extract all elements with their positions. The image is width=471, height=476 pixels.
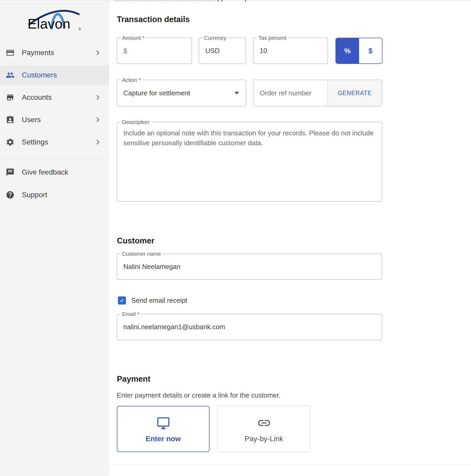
email-field: Email * bbox=[117, 314, 382, 340]
feedback-icon bbox=[6, 168, 15, 177]
tax-percent-field: Tax percent bbox=[253, 38, 328, 64]
people-icon bbox=[6, 71, 15, 80]
sidebar-item-label: Give feedback bbox=[22, 168, 68, 176]
sidebar-divider bbox=[0, 158, 109, 158]
clipped-content-artifact bbox=[114, 1, 214, 1]
sidebar-item-accounts[interactable]: Accounts bbox=[0, 88, 109, 107]
enter-now-card[interactable]: Enter now bbox=[117, 406, 210, 452]
chevron-right-icon bbox=[94, 94, 102, 101]
clipped-content-artifact bbox=[245, 0, 246, 2]
sidebar-item-label: Accounts bbox=[22, 93, 52, 102]
app-window: Elavon ® Payments Customers Accounts bbox=[0, 0, 471, 476]
chevron-right-icon bbox=[94, 116, 102, 124]
help-icon bbox=[6, 190, 15, 199]
link-icon bbox=[257, 415, 271, 431]
order-ref-group: GENERATE bbox=[253, 80, 382, 106]
currency-field: Currency bbox=[199, 38, 246, 64]
customer-section-heading: Customer bbox=[117, 236, 154, 246]
amount-field: Amount * $ bbox=[117, 38, 192, 64]
sidebar-item-support[interactable]: Support bbox=[0, 185, 109, 204]
logo-wordmark: Elavon bbox=[28, 16, 70, 31]
pay-by-link-card[interactable]: Pay-by-Link bbox=[218, 406, 310, 452]
credit-card-icon bbox=[6, 48, 15, 57]
sidebar-item-label: Payments bbox=[22, 49, 54, 57]
description-field: Description bbox=[117, 122, 382, 202]
sidebar-item-customers[interactable]: Customers bbox=[0, 65, 109, 85]
registered-mark: ® bbox=[78, 27, 81, 31]
page-title: Transaction details bbox=[117, 15, 190, 24]
monitor-icon bbox=[156, 415, 171, 431]
sidebar-item-settings[interactable]: Settings bbox=[0, 133, 109, 152]
customer-name-field: Customer name bbox=[117, 254, 382, 280]
amount-input[interactable] bbox=[117, 38, 192, 64]
payment-section-subtitle: Enter payment details or create a link f… bbox=[117, 391, 280, 399]
description-textarea[interactable] bbox=[117, 122, 382, 201]
send-email-receipt-label: Send email receipt bbox=[131, 296, 187, 305]
tax-type-dollar-option[interactable]: $ bbox=[359, 38, 382, 63]
payment-section-heading: Payment bbox=[117, 374, 150, 384]
check-icon bbox=[119, 297, 125, 304]
action-select[interactable]: Action * Capture for settlement bbox=[117, 80, 246, 106]
pay-by-link-label: Pay-by-Link bbox=[245, 435, 283, 443]
sidebar-item-users[interactable]: Users bbox=[0, 110, 109, 129]
tax-type-toggle: % $ bbox=[335, 38, 382, 64]
sidebar-item-give-feedback[interactable]: Give feedback bbox=[0, 163, 109, 182]
tax-type-percent-option[interactable]: % bbox=[336, 38, 359, 63]
sidebar: Elavon ® Payments Customers Accounts bbox=[0, 0, 109, 476]
top-edge-artifact bbox=[0, 0, 471, 1]
sidebar-item-label: Settings bbox=[22, 138, 48, 146]
order-ref-input[interactable] bbox=[253, 80, 328, 106]
sidebar-item-label: Customers bbox=[22, 71, 57, 79]
sidebar-item-payments[interactable]: Payments bbox=[0, 43, 109, 62]
elavon-logo: Elavon ® bbox=[25, 4, 84, 32]
bottom-divider bbox=[109, 465, 471, 465]
sidebar-item-label: Users bbox=[22, 116, 41, 124]
email-input[interactable] bbox=[117, 314, 382, 340]
sidebar-item-label: Support bbox=[22, 191, 47, 199]
tax-percent-input[interactable] bbox=[253, 38, 328, 64]
send-email-receipt-checkbox[interactable] bbox=[118, 296, 126, 305]
currency-input[interactable] bbox=[199, 38, 246, 64]
send-email-receipt-row: Send email receipt bbox=[118, 296, 187, 305]
enter-now-label: Enter now bbox=[146, 435, 181, 443]
action-selected-value: Capture for settlement bbox=[123, 80, 190, 106]
dropdown-arrow-icon bbox=[234, 92, 239, 95]
generate-button[interactable]: GENERATE bbox=[327, 80, 382, 106]
badge-icon bbox=[6, 115, 15, 124]
storefront-icon bbox=[6, 93, 15, 102]
customer-name-input[interactable] bbox=[117, 254, 382, 279]
chevron-right-icon bbox=[94, 138, 102, 146]
chevron-right-icon bbox=[94, 49, 102, 57]
gear-icon bbox=[6, 138, 15, 147]
